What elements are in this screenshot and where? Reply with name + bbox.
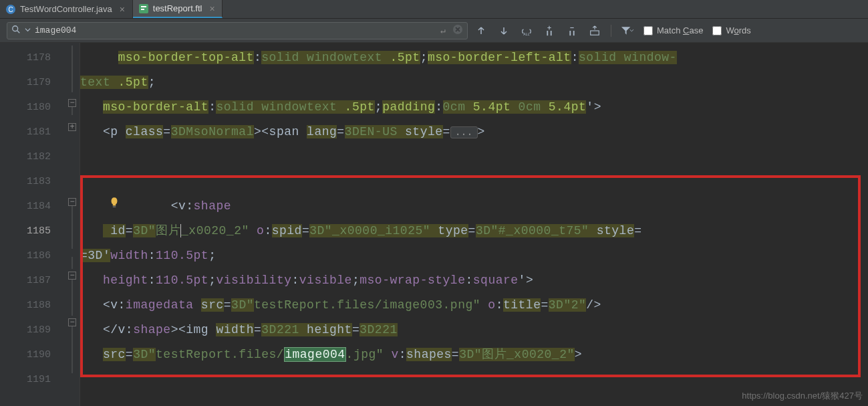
line-number: 1182: [0, 144, 65, 169]
words-input[interactable]: [712, 26, 722, 35]
tab-label: testReport.ftl: [153, 3, 202, 13]
match-case-label: Match Case: [657, 25, 703, 35]
close-icon[interactable]: ×: [208, 5, 215, 12]
prev-match-button[interactable]: [474, 24, 488, 37]
code-line[interactable]: <v:imagedata src=3D"testReport.files/ima…: [80, 293, 868, 318]
svg-rect-14: [113, 207, 116, 207]
code-line[interactable]: <v:shape: [80, 194, 868, 219]
fold-column: − + − − −: [65, 43, 80, 406]
words-label: Words: [726, 25, 750, 35]
clear-icon[interactable]: [452, 24, 463, 37]
line-number: 1179: [0, 70, 65, 95]
find-actions: ALL Match Case Match Case Words Words: [474, 24, 751, 37]
line-number: 1186: [0, 243, 65, 268]
remove-selection-button[interactable]: [565, 24, 579, 37]
svg-rect-4: [141, 9, 144, 10]
chevron-down-icon[interactable]: [25, 25, 31, 35]
add-selection-button[interactable]: [543, 24, 556, 37]
code-line[interactable]: mso-border-top-alt:solid windowtext .5pt…: [80, 45, 868, 70]
line-number: 1190: [0, 342, 65, 367]
svg-text:ALL: ALL: [523, 33, 530, 37]
line-number: 1184: [0, 194, 65, 219]
select-all-button[interactable]: ALL: [520, 24, 533, 37]
separator: [611, 25, 611, 37]
match-case-input[interactable]: [643, 26, 653, 35]
line-number: 1189: [0, 318, 65, 342]
code-line[interactable]: <p class=3DMsoNormal><span lang=3DEN-US …: [80, 120, 868, 144]
line-number: 1187: [0, 268, 65, 293]
watermark: https://blog.csdn.net/猿猴427号: [742, 390, 863, 402]
line-number: 1181: [0, 120, 65, 144]
line-number: 1191: [0, 367, 65, 392]
export-button[interactable]: [588, 24, 601, 37]
next-match-button[interactable]: [497, 24, 511, 37]
close-icon[interactable]: ×: [119, 6, 126, 13]
ftl-file-icon: [138, 3, 149, 14]
code-line[interactable]: =3D'width:110.5pt;: [80, 243, 868, 268]
fold-marker[interactable]: −: [68, 99, 76, 107]
code-line[interactable]: src=3D"testReport.files/image004.jpg" v:…: [80, 342, 868, 367]
words-checkbox[interactable]: Words: [712, 25, 750, 35]
svg-point-5: [13, 25, 18, 31]
svg-rect-9: [547, 31, 548, 35]
find-bar: ↵ ALL Match Case Match Case Words Words: [0, 19, 868, 43]
tab-ftl[interactable]: testReport.ftl ×: [133, 0, 223, 18]
filter-button[interactable]: [621, 24, 634, 37]
line-number: 1183: [0, 169, 65, 194]
tab-java[interactable]: C TestWordController.java ×: [0, 0, 133, 18]
svg-rect-12: [573, 31, 575, 35]
fold-marker[interactable]: −: [68, 198, 76, 206]
svg-rect-13: [591, 31, 599, 35]
enter-icon: ↵: [440, 25, 446, 36]
fold-marker[interactable]: −: [68, 318, 76, 326]
java-file-icon: C: [5, 4, 16, 15]
fold-marker[interactable]: +: [68, 123, 76, 131]
editor: 1178 1179 1180 1181 1182 1183 1184 1185 …: [0, 43, 868, 406]
match-case-checkbox[interactable]: Match Case: [643, 25, 703, 35]
svg-rect-11: [569, 31, 571, 35]
search-icon: [11, 25, 21, 37]
fold-marker[interactable]: −: [68, 272, 76, 280]
find-input-container: ↵: [7, 22, 468, 39]
tab-label: TestWordController.java: [20, 4, 112, 14]
tab-bar: C TestWordController.java × testReport.f…: [0, 0, 868, 19]
svg-rect-10: [551, 31, 552, 35]
code-line[interactable]: [80, 367, 868, 392]
code-line[interactable]: text .5pt;: [80, 70, 868, 95]
code-line[interactable]: </v:shape><img width=3D221 height=3D221: [80, 318, 868, 342]
code-line[interactable]: height:110.5pt;visibility:visible;mso-wr…: [80, 268, 868, 293]
line-number: 1178: [0, 45, 65, 70]
svg-line-6: [17, 30, 20, 33]
line-number: 1185: [0, 219, 65, 243]
code-line[interactable]: id=3D"图片_x0020_2" o:spid=3D"_x0000_i1025…: [80, 219, 868, 243]
line-number: 1180: [0, 95, 65, 120]
code-line[interactable]: [80, 144, 868, 169]
code-area[interactable]: mso-border-top-alt:solid windowtext .5pt…: [80, 43, 868, 406]
code-line[interactable]: [80, 169, 868, 194]
line-gutter: 1178 1179 1180 1181 1182 1183 1184 1185 …: [0, 43, 65, 406]
search-input[interactable]: [35, 25, 436, 35]
line-number: 1188: [0, 293, 65, 318]
code-line[interactable]: mso-border-alt:solid windowtext .5pt;pad…: [80, 95, 868, 120]
svg-rect-3: [141, 6, 146, 7]
bulb-icon[interactable]: [108, 197, 120, 209]
svg-text:C: C: [8, 6, 13, 13]
